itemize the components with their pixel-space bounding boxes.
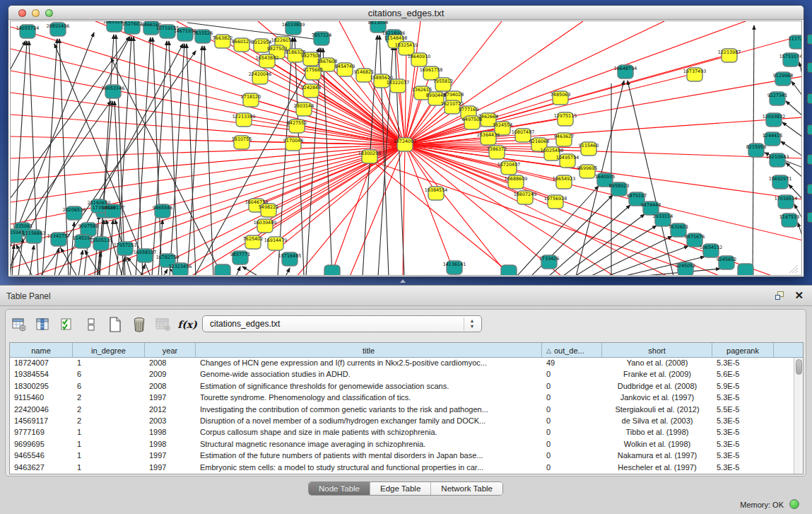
float-window-icon[interactable] <box>775 291 785 300</box>
scrollbar-thumb[interactable] <box>796 359 802 375</box>
column-header-out_de[interactable]: △out_de... <box>542 343 602 358</box>
graph-edge <box>187 44 196 276</box>
graph-node-label: 5498222 <box>259 204 278 210</box>
column-header-title[interactable]: title <box>196 343 542 358</box>
graph-edge <box>32 145 405 276</box>
import-table-disabled-icon[interactable] <box>155 317 171 332</box>
graph-node[interactable] <box>324 265 340 276</box>
table-row[interactable]: 1830029562008Estimation of significance … <box>10 381 794 392</box>
graph-node-label: 9170046 <box>283 138 303 144</box>
graph-edge <box>236 267 240 276</box>
graph-node-label: 16033809 <box>282 22 305 28</box>
graph-node-label: 11156863 <box>23 230 46 236</box>
graph-node-label: 12093822 <box>763 114 786 119</box>
graph-node-label: 16782759 <box>156 255 180 260</box>
delete-table-icon[interactable] <box>131 317 147 332</box>
tab-network-table[interactable]: Network Table <box>431 482 502 495</box>
table-cell: 1 <box>73 427 145 438</box>
table-panel-header: Table Panel ✕ <box>0 285 812 306</box>
table-cell: 2012 <box>145 404 196 416</box>
table-cell: Tourette syndrome. Phenomenology and cla… <box>196 392 542 404</box>
table-cell: 0 <box>542 404 602 416</box>
memory-status-indicator[interactable] <box>789 499 799 509</box>
graph-node[interactable] <box>215 264 230 276</box>
table-cell: 22420046 <box>10 404 73 416</box>
graph-node-label: 9245652 <box>717 257 736 262</box>
column-header-year[interactable]: year <box>145 343 196 358</box>
graph-node-label: 2933114 <box>653 214 673 219</box>
table-vertical-scrollbar[interactable] <box>794 358 803 474</box>
window-titlebar[interactable]: citations_edges.txt <box>8 6 804 20</box>
tab-edge-table[interactable]: Edge Table <box>370 482 431 495</box>
column-header-pagerank[interactable]: pagerank <box>712 343 774 358</box>
graph-node-label: 20891406 <box>47 23 70 29</box>
table-row[interactable]: 911546021997Tourette syndrome. Phenomeno… <box>10 392 794 404</box>
table-row[interactable]: 946554611997Estimation of the future num… <box>10 450 794 462</box>
graph-edge <box>782 122 802 137</box>
table-cell: 2009 <box>145 369 196 380</box>
graph-node-label: 16543882 <box>256 55 279 61</box>
graph-node-label: 1733426 <box>539 256 559 262</box>
column-header-in_degree[interactable]: in_degree <box>73 343 145 358</box>
table-row[interactable]: 1872400712008Changes of HCN gene express… <box>10 358 794 369</box>
table-cell: Stergiakouli et al. (2012) <box>602 404 712 416</box>
create-table-icon[interactable] <box>107 317 123 332</box>
table-cell: 5.3E-5 <box>712 392 774 404</box>
canvas-resize-grip[interactable] <box>788 264 799 274</box>
graph-node-label: 12323456 <box>169 264 192 269</box>
graph-edge <box>257 145 405 204</box>
table-cell: 0 <box>542 450 602 462</box>
graph-node-label: 17957253 <box>114 243 137 248</box>
select-columns-icon[interactable] <box>59 317 75 332</box>
table-row[interactable]: 977716911998Corpus callosum shape and si… <box>10 427 794 438</box>
table-cell: 1998 <box>145 439 196 450</box>
graph-edge <box>792 81 802 96</box>
table-cell: Estimation of significance thresholds fo… <box>196 381 542 392</box>
graph-node-label: 9827503 <box>267 46 287 52</box>
table-row[interactable]: 1456911722003Disruption of a novel membe… <box>10 416 794 427</box>
graph-node-label: 2803144 <box>294 103 314 109</box>
function-builder-icon[interactable]: f(x) <box>180 317 195 332</box>
row-height-icon[interactable] <box>83 317 99 332</box>
table-cell: Dudbridge et al. (2008) <box>602 381 712 392</box>
graph-node-label: 7485063 <box>551 92 570 98</box>
graph-node-label: 8660123 <box>232 39 252 45</box>
table-row[interactable]: 969969511998Structural magnetic resonanc… <box>10 439 794 450</box>
table-cell: 9465546 <box>10 450 73 462</box>
graph-node-label: 13505135 <box>90 238 113 243</box>
graph-node-label: 16039489 <box>254 220 277 226</box>
graph-edge <box>590 236 672 276</box>
graph-node[interactable] <box>738 264 753 276</box>
graph-edge <box>11 145 405 180</box>
table-cell: Embryonic stem cells: a model to study s… <box>196 462 542 474</box>
network-window: citations_edges.txt 14055724208914061065… <box>8 5 804 277</box>
table-cell: 1 <box>73 450 145 462</box>
graph-node-label: 6794028 <box>444 92 464 98</box>
table-mode-icon[interactable] <box>11 317 27 332</box>
graph-edge <box>405 145 456 276</box>
table-cell: Changes of HCN gene expression and I(f) … <box>196 358 542 369</box>
graph-node-label: 9465546 <box>153 205 172 211</box>
graph-node[interactable] <box>501 265 517 276</box>
graph-edge <box>405 21 746 145</box>
table-cell: 2 <box>73 392 145 404</box>
table-cell: Structural magnetic resonance image aver… <box>196 439 542 450</box>
table-row[interactable]: 1938455462009Genome-wide association stu… <box>10 369 794 380</box>
network-selector[interactable]: citations_edges.txt ▲▼ <box>202 315 482 332</box>
tab-node-table[interactable]: Node Table <box>309 482 370 495</box>
network-canvas[interactable]: 1405572420891406106532871527602646616010… <box>10 21 802 276</box>
graph-node-label: 18300295 <box>358 151 382 156</box>
graph-node-label: 19737493 <box>683 69 707 74</box>
column-header-short[interactable]: short <box>602 343 712 358</box>
table-row[interactable]: 2242004622012Investigating the contribut… <box>10 404 794 416</box>
table-row[interactable]: 946362711997Embryonic stem cells: a mode… <box>10 462 794 474</box>
close-panel-icon[interactable]: ✕ <box>794 289 804 302</box>
graph-node-label: 9474444 <box>641 202 661 208</box>
splitter-handle[interactable] <box>400 279 406 283</box>
graph-edge <box>786 163 802 177</box>
show-columns-icon[interactable] <box>35 317 51 332</box>
column-header-name[interactable]: name <box>10 343 73 358</box>
graph-node-label: 14136141 <box>443 262 466 267</box>
background-window-sliver <box>807 21 812 255</box>
graph-node-label: 7386372 <box>487 146 507 152</box>
